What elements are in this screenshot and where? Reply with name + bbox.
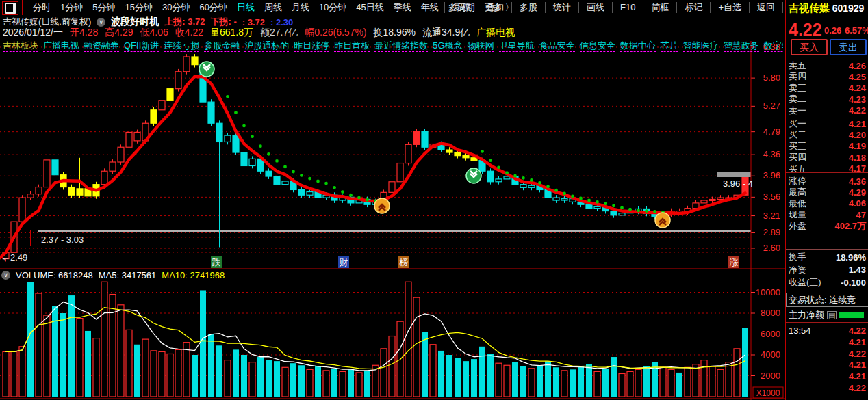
concept-tag-2[interactable]: 融资融券: [84, 40, 119, 52]
ask-row-2[interactable]: 卖三4.24: [789, 83, 866, 94]
volume-bar: [340, 371, 346, 397]
bid-row-0-label: 买一: [789, 118, 806, 130]
bid-ask-divider: [787, 116, 868, 116]
quote-panel: 吉视传媒 601929 4.22 0.26 6.57% 买入 卖出 卖五4.26…: [785, 0, 868, 400]
bid-row-0[interactable]: 买一4.21: [789, 118, 866, 129]
watermark-3[interactable]: 涨: [728, 256, 739, 268]
watermark-2[interactable]: 榜: [398, 256, 409, 268]
toolbar-button-9[interactable]: 返回: [749, 2, 783, 13]
main-net-row[interactable]: 主力净额 ▤: [789, 309, 866, 321]
concept-tag-7[interactable]: 昨日涨停: [294, 40, 329, 52]
bid-row-2[interactable]: 买三4.19: [789, 141, 866, 152]
buy-signal-up-icon: [655, 213, 670, 228]
candle-body: [19, 198, 25, 222]
concept-tag-16[interactable]: 芯片: [661, 40, 678, 52]
concept-tag-1[interactable]: 广播电视: [43, 40, 79, 52]
bid-row-1[interactable]: 买二4.20: [789, 129, 866, 140]
buy-button[interactable]: 买入: [791, 39, 828, 55]
toolbar-button-6[interactable]: 简框: [643, 2, 676, 13]
volume-bar: [183, 343, 190, 397]
indicator-collapse-icon[interactable]: ∨: [97, 18, 105, 27]
sar-dot: [554, 189, 558, 192]
main-chart[interactable]: 6.385.805.274.794.363.963.563.212.892.60…: [0, 41, 785, 400]
concept-tag-10[interactable]: 5G概念: [433, 40, 462, 52]
menu-item-1[interactable]: 1分钟: [55, 1, 88, 14]
window-icon[interactable]: [2, 1, 18, 15]
watermark-1[interactable]: 财: [338, 256, 349, 268]
volume-bar: [44, 315, 50, 397]
sar-dot: [481, 150, 484, 153]
concept-tag-11[interactable]: 物联网: [468, 40, 494, 52]
concept-tag-19[interactable]: 数字孪生: [764, 40, 783, 52]
concept-tag-5[interactable]: 参股金融: [204, 40, 240, 52]
ask-row-4[interactable]: 卖一4.22: [789, 105, 866, 116]
sar-dot: [530, 178, 533, 182]
sar-dot: [234, 111, 238, 114]
menu-item-12[interactable]: 年线: [416, 1, 444, 14]
concept-tag-6[interactable]: 沪股通标的: [244, 40, 289, 52]
watermark-0[interactable]: 跌: [211, 256, 222, 268]
ask-row-0[interactable]: 卖五4.26: [789, 60, 866, 71]
menu-item-10[interactable]: 45日线: [351, 1, 388, 14]
menu-item-3[interactable]: 15分钟: [120, 1, 157, 14]
volume-bar: [298, 365, 305, 397]
volume-bar: [635, 369, 641, 397]
toolbar-button-8[interactable]: +自选: [710, 2, 749, 13]
sar-dot: [283, 165, 287, 169]
concept-tag-15[interactable]: 数据中心: [620, 40, 656, 52]
volume-bar: [200, 290, 206, 397]
concept-tag-8[interactable]: 昨日首板: [334, 40, 370, 52]
concept-tag-4[interactable]: 连续亏损: [164, 40, 199, 52]
menu-item-5[interactable]: 60分钟: [194, 1, 231, 14]
tick-row-0: 13:544.22: [789, 325, 866, 336]
volume-axis-label: 2000: [761, 371, 780, 381]
concept-tag-13[interactable]: 食品安全: [539, 40, 575, 52]
toolbar-button-1[interactable]: 叠加: [478, 2, 511, 13]
menu-item-2[interactable]: 5分钟: [88, 1, 120, 14]
stat-value: 18.96%: [836, 252, 866, 263]
candle-body: [52, 160, 58, 175]
candle-body: [208, 102, 214, 123]
sar-dot: [324, 182, 328, 185]
menu-item-6[interactable]: 日线: [232, 1, 259, 14]
concept-tag-12[interactable]: 卫星导航: [499, 40, 535, 52]
sell-button[interactable]: 卖出: [830, 39, 867, 55]
concept-tag-17[interactable]: 智能医疗: [683, 40, 719, 52]
concept-tag-0[interactable]: 吉林板块: [3, 40, 38, 52]
concept-tag-14[interactable]: 信息安全: [580, 40, 615, 52]
sar-dot: [612, 204, 615, 207]
quote-field-6: 额27.7亿: [260, 27, 298, 39]
quote-field-0: 2026/01/12/一: [3, 27, 63, 39]
price-axis-label: 5.27: [763, 101, 780, 111]
toolbar-button-7[interactable]: 标记: [676, 2, 710, 13]
candle-body: [249, 159, 255, 165]
volume-bar: [159, 351, 165, 397]
stock-title[interactable]: 吉视传媒 601929: [789, 2, 864, 15]
toolbar-button-5[interactable]: F10: [612, 2, 643, 13]
ask-row-3[interactable]: 卖二4.23: [789, 94, 866, 105]
concept-tag-3[interactable]: QFII新进: [124, 40, 159, 52]
toolbar-button-2[interactable]: 多股: [511, 2, 545, 13]
stat-最低: 最低4.06: [789, 198, 866, 209]
menu-item-0[interactable]: 分时: [28, 1, 55, 14]
bid-row-3[interactable]: 买四4.18: [789, 152, 866, 163]
stat-label: 收益(三): [789, 276, 821, 289]
menu-item-8[interactable]: 月线: [287, 1, 314, 14]
sar-dot: [267, 152, 270, 156]
menu-item-7[interactable]: 周线: [259, 1, 287, 14]
volume-bar: [553, 367, 559, 397]
candle-body: [397, 163, 403, 182]
menu-item-4[interactable]: 30分钟: [157, 1, 194, 14]
collapse-icon[interactable]: ∨: [1, 271, 10, 280]
volume-axis-label: 6000: [761, 329, 780, 339]
toolbar-button-3[interactable]: 统计: [545, 2, 578, 13]
menu-item-11[interactable]: 季线: [389, 1, 416, 14]
menu-item-9[interactable]: 10分钟: [314, 1, 351, 14]
volume-bar: [60, 313, 66, 397]
ask-row-1[interactable]: 卖四4.25: [789, 71, 866, 82]
toolbar-button-4[interactable]: 画线: [578, 2, 612, 13]
volume-bar: [734, 349, 740, 397]
concept-tag-9[interactable]: 最近情绪指数: [374, 40, 428, 52]
toolbar-button-0[interactable]: 复权: [444, 2, 478, 13]
concept-tag-18[interactable]: 智慧政务: [724, 40, 759, 52]
